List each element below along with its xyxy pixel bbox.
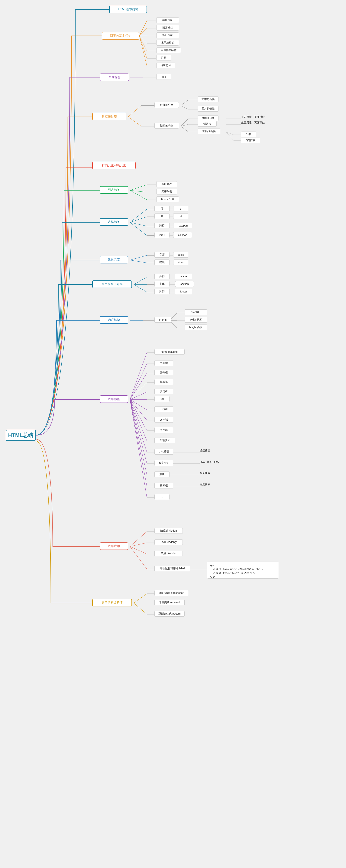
leaf-file-input: 文件域: [154, 427, 173, 433]
node-iframe: 内联框架: [100, 316, 128, 324]
leaf-text-link: 文本超链接: [198, 96, 219, 102]
svg-line-85: [130, 392, 147, 400]
leaf-link-category: 链接的分类: [154, 102, 179, 108]
svg-line-18: [128, 117, 141, 126]
leaf-placeholder: 用户提示 placehoder: [154, 590, 188, 596]
leaf-title-tag: 标题标签: [156, 17, 179, 23]
node-basic-struct: HTML基本结构: [109, 6, 147, 13]
leaf-readonly: 只读 readonly: [154, 539, 183, 545]
leaf-header: header: [175, 274, 192, 279]
leaf-number-validate: 数字验证: [154, 460, 173, 466]
leaf-col: 列: [154, 213, 169, 219]
leaf-pattern: 正则表达式 pattern: [154, 611, 185, 617]
leaf-url-validate: URL验证: [154, 449, 173, 455]
leaf-radio: 单选框: [154, 379, 173, 385]
svg-line-24: [181, 119, 188, 126]
leaf-src: src 地址: [185, 309, 207, 315]
svg-line-36: [130, 185, 147, 190]
leaf-video-label: 视频: [154, 259, 169, 265]
svg-line-81: [130, 373, 147, 400]
leaf-footer-label: 脚部: [154, 289, 169, 294]
form-apply-label: 表单应用: [108, 544, 120, 548]
svg-line-115: [130, 547, 147, 554]
inline-block-label: 行内元素和块元素: [102, 163, 126, 167]
leaf-comment: 注释: [156, 55, 171, 61]
link-tag-label: 超链接标签: [102, 115, 117, 119]
leaf-checkbox: 多选框: [154, 389, 173, 394]
leaf-br-tag: 换行标签: [156, 32, 179, 38]
leaf-accessibility-label: 增强鼠标可用性 label: [154, 566, 190, 571]
media-label: 媒体元素: [108, 258, 120, 262]
root-label: HTML总结: [8, 432, 33, 439]
form-tag-label: 表单标签: [108, 397, 120, 401]
leaf-audio-label: 音频: [154, 252, 169, 258]
leaf-rowspan: rowspan: [173, 223, 192, 228]
form-validate-label: 表单的初级验证: [101, 601, 123, 605]
leaf-rowspan-label: 跨行: [154, 223, 169, 228]
leaf-email: 邮箱: [241, 131, 256, 137]
image-tag-label: 图像标签: [108, 75, 121, 79]
leaf-dl: 自定义列表: [156, 196, 179, 202]
leaf-header-label: 头部: [154, 274, 169, 279]
text-page-link-desc: 主要用途，页面跳转: [241, 115, 265, 119]
leaf-page-link: 页面间链接: [198, 115, 219, 121]
leaf-slider: 滑块: [154, 471, 169, 477]
svg-line-48: [130, 222, 147, 236]
leaf-text-input: 文本框: [154, 360, 173, 366]
svg-line-28: [181, 126, 188, 132]
svg-line-97: [130, 400, 147, 452]
svg-line-99: [130, 400, 147, 464]
svg-line-83: [130, 382, 147, 400]
text-link-validate: 链接验证: [200, 449, 210, 452]
text-number-desc: max，min，step: [200, 460, 219, 464]
svg-line-54: [130, 255, 147, 260]
svg-line-77: [130, 352, 147, 400]
leaf-font-tag: 字体样式标签: [156, 48, 181, 53]
leaf-disabled: 禁用 disabled: [154, 551, 183, 556]
svg-line-89: [130, 400, 147, 410]
node-layout: 网页的简单布局: [92, 280, 132, 288]
text-slider-desc: 音量加减: [200, 471, 210, 475]
svg-line-32: [226, 132, 233, 141]
node-link-tag: 超链接标签: [92, 113, 126, 120]
svg-line-56: [130, 260, 147, 263]
leaf-form-method: form[post/get]: [154, 349, 185, 355]
code-block-label: <p> <label for="mark">你点我试试</label> <inp…: [207, 562, 279, 579]
basic-struct-label: HTML基本结构: [118, 7, 138, 11]
leaf-ol: 有序列表: [156, 181, 177, 187]
svg-line-95: [130, 400, 147, 441]
leaf-func-link: 功能性链接: [198, 128, 220, 134]
leaf-password-input: 密码框: [154, 370, 173, 375]
svg-line-30: [226, 132, 233, 135]
leaf-para-tag: 段落标签: [156, 25, 179, 31]
table-tag-label: 表格标签: [108, 220, 120, 224]
svg-line-38: [130, 190, 147, 192]
leaf-hidden: 隐藏域 hidden: [154, 528, 183, 534]
leaf-search: 搜索框: [154, 483, 173, 489]
svg-line-0: [139, 21, 147, 36]
leaf-select: 下拉框: [154, 406, 173, 412]
iframe-label: 内联框架: [108, 318, 120, 322]
text-anchor-desc: 主要用途，页面导航: [241, 121, 265, 124]
leaf-footer: footer: [175, 289, 192, 294]
leaf-textarea: 文本域: [154, 417, 173, 423]
mindmap-container: HTML总结 HTML基本结构 网页的基本标签 标题标签 段落标签 换行标签 水…: [0, 0, 346, 868]
leaf-audio: audio: [173, 252, 188, 258]
layout-label: 网页的简单布局: [101, 282, 123, 286]
leaf-link-function: 链接的功能: [154, 123, 179, 128]
svg-line-120: [134, 594, 147, 603]
svg-line-105: [130, 400, 147, 497]
svg-line-64: [134, 284, 147, 292]
node-table-tag: 表格标签: [100, 218, 128, 226]
leaf-width: width 宽度: [185, 317, 207, 322]
svg-line-12: [139, 36, 147, 66]
svg-line-60: [134, 277, 147, 284]
svg-line-103: [130, 400, 147, 486]
svg-line-111: [130, 531, 147, 547]
leaf-hr-tag: 水平线标签: [156, 40, 179, 45]
svg-line-117: [130, 547, 147, 569]
svg-line-42: [130, 209, 147, 222]
connection-lines: [0, 0, 346, 868]
leaf-special-char: 特殊符号: [156, 63, 175, 68]
leaf-iframe-node: iframe: [154, 317, 171, 322]
